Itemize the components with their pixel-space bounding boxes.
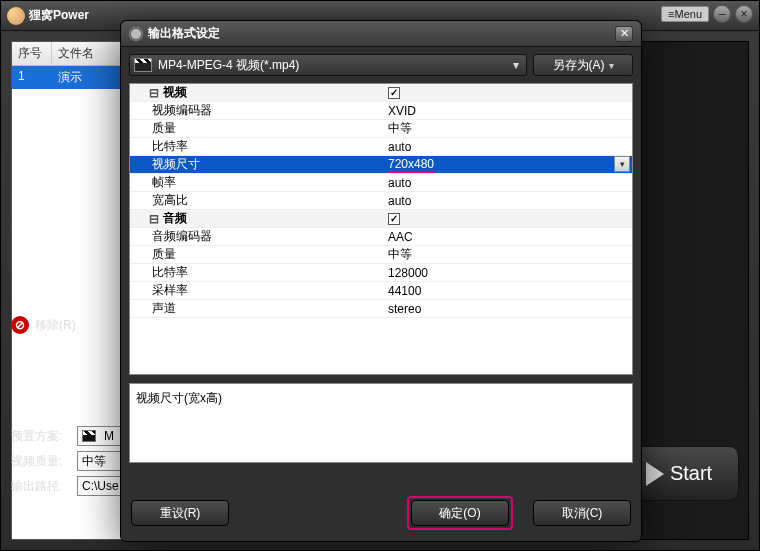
property-description: 视频尺寸(宽x高) xyxy=(129,383,633,463)
prop-audio-sample[interactable]: 采样率 44100 xyxy=(130,282,632,300)
prop-video-fps[interactable]: 帧率 auto xyxy=(130,174,632,192)
play-icon xyxy=(646,462,664,486)
reset-button[interactable]: 重设(R) xyxy=(131,500,229,526)
close-button[interactable]: × xyxy=(735,5,753,23)
minimize-button[interactable]: – xyxy=(713,5,731,23)
format-select[interactable]: MP4-MPEG-4 视频(*.mp4) ▾ xyxy=(129,54,527,76)
video-enable-checkbox[interactable]: ✓ xyxy=(388,87,400,99)
prop-video-size-value: 720x480 xyxy=(388,157,434,173)
no-entry-icon: ⊘ xyxy=(11,316,29,334)
clapper-icon xyxy=(134,58,152,72)
file-row-index: 1 xyxy=(12,66,52,89)
prop-video-codec[interactable]: 视频编码器 XVID xyxy=(130,102,632,120)
chevron-down-icon: ▾ xyxy=(508,58,524,72)
gear-icon xyxy=(129,27,143,41)
group-audio[interactable]: ⊟音频 ✓ xyxy=(130,210,632,228)
output-format-dialog: 输出格式设定 ✕ MP4-MPEG-4 视频(*.mp4) ▾ 另存为(A) ▾… xyxy=(120,20,642,542)
property-grid: ⊟视频 ✓ 视频编码器 XVID 质量 中等 比特率 auto 视频尺寸 720… xyxy=(129,83,633,375)
prop-audio-bitrate[interactable]: 比特率 128000 xyxy=(130,264,632,282)
video-size-dropdown-button[interactable]: ▾ xyxy=(614,156,630,172)
quality-label: 视频质量: xyxy=(11,453,73,470)
cancel-button[interactable]: 取消(C) xyxy=(533,500,631,526)
group-video[interactable]: ⊟视频 ✓ xyxy=(130,84,632,102)
app-title: 狸窝Power xyxy=(29,7,89,24)
dialog-titlebar: 输出格式设定 ✕ xyxy=(121,21,641,47)
ok-button-highlight: 确定(O) xyxy=(407,496,513,530)
app-logo-icon xyxy=(7,7,25,25)
preset-label: 预置方案: xyxy=(11,428,73,445)
dialog-close-button[interactable]: ✕ xyxy=(615,26,633,42)
format-select-label: MP4-MPEG-4 视频(*.mp4) xyxy=(158,57,299,74)
prop-video-quality[interactable]: 质量 中等 xyxy=(130,120,632,138)
prop-audio-channel[interactable]: 声道 stereo xyxy=(130,300,632,318)
collapse-icon: ⊟ xyxy=(149,86,163,100)
prop-audio-codec[interactable]: 音频编码器 AAC xyxy=(130,228,632,246)
ok-button[interactable]: 确定(O) xyxy=(411,500,509,526)
audio-enable-checkbox[interactable]: ✓ xyxy=(388,213,400,225)
chevron-down-icon: ▾ xyxy=(609,60,614,71)
file-row-name: 演示 xyxy=(52,66,88,89)
prop-audio-quality[interactable]: 质量 中等 xyxy=(130,246,632,264)
clapper-icon xyxy=(82,430,96,442)
outdir-label: 输出路径: xyxy=(11,478,73,495)
remove-button[interactable]: ⊘ 移除(R) xyxy=(11,316,76,334)
prop-video-size[interactable]: 视频尺寸 720x480 ▾ xyxy=(130,156,632,174)
dialog-title: 输出格式设定 xyxy=(148,25,220,42)
col-index-header: 序号 xyxy=(12,42,52,65)
collapse-icon: ⊟ xyxy=(149,212,163,226)
prop-video-bitrate[interactable]: 比特率 auto xyxy=(130,138,632,156)
prop-video-aspect[interactable]: 宽高比 auto xyxy=(130,192,632,210)
save-as-button[interactable]: 另存为(A) ▾ xyxy=(533,54,633,76)
menu-button[interactable]: ≡Menu xyxy=(661,6,709,22)
